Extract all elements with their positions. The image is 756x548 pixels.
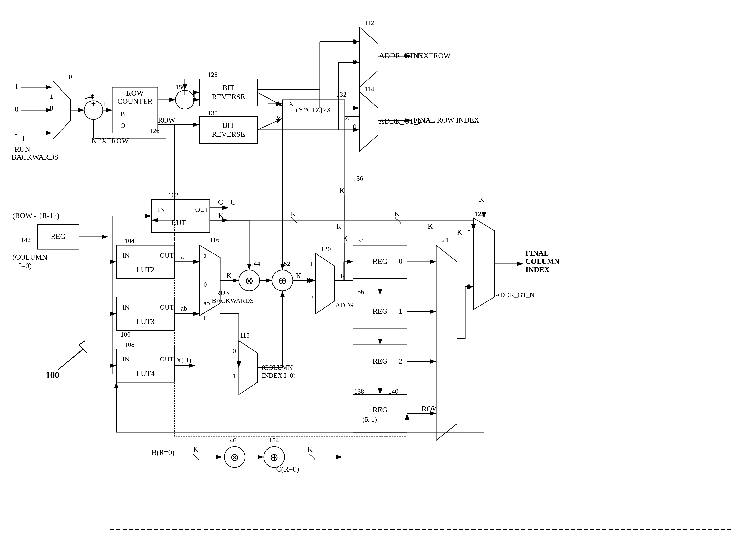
k-mux120-out: K [341,272,345,280]
b-r0-label: B(R=0) [152,448,174,457]
num112-label: 112 [365,19,374,26]
num146-label: 146 [226,436,236,444]
mux116-1-label: 1 [203,314,206,321]
svg-marker-71 [436,245,457,440]
k-bus-label2: K [395,210,399,217]
num128-label: 128 [208,71,218,78]
run-backwards-top-label2: BACKWARDS [11,153,58,161]
final-col-idx-label2: COLUMN [525,257,560,265]
svg-rect-41 [108,187,731,530]
num134-label: 134 [354,237,364,245]
k-top-entry: K [340,187,345,195]
svg-line-24 [258,118,282,130]
input-1b-label: 1 [21,135,25,143]
k-top-mux122-label: K [479,195,484,203]
lut1-in-label: IN [158,206,165,213]
mux116-ab-label: ab [204,299,210,307]
adder154-label: ⊕ [270,451,279,463]
lut3-ab-label: ab [181,305,187,312]
num104-label: 104 [125,237,135,245]
reg1-1-label: 1 [399,307,403,315]
final-row-index-label: FINAL ROW INDEX [413,116,479,124]
reg1-name: REG [373,307,388,315]
lut3-in-label: IN [123,303,130,311]
num124-label: 124 [438,236,448,243]
k-from-adder154-label: K [307,445,313,453]
reg0-0-label: 0 [399,257,403,265]
svg-line-91 [58,349,83,370]
num122-label: 122 [475,210,485,217]
mux110-number: 110 [62,73,72,80]
num126-label: 126 [150,127,160,134]
num152-label: 152 [280,260,290,267]
num102-label: 102 [168,191,178,199]
mux118-1-label: 1 [233,372,236,380]
cond-x-label: X [289,100,293,107]
k-annot2: K [428,222,433,230]
adder152-k-out-label: K [296,272,301,280]
lut4-x-neg1-label: X(-1) [177,356,191,364]
bit-reverse-130-label: BIT [222,121,234,129]
addr-gt-n-top-label: ADDR_GT_N [379,52,423,60]
svg-marker-26 [359,27,378,87]
k-annot1: K [336,222,341,230]
column-i0-label2: I=0) [19,262,32,270]
reg142-label: REG [51,232,66,241]
mult144-k-label: K [226,272,232,280]
num138-label: 138 [354,388,364,395]
svg-rect-42 [152,199,210,233]
lut3-out-label: OUT [160,303,174,311]
svg-rect-20 [199,116,258,143]
input-0-label: 0 [15,105,18,113]
run-backwards-top-label: RUN [15,145,30,153]
lut1-c-label: C [218,198,223,206]
svg-marker-76 [474,218,494,310]
mux116-0-label: 0 [204,281,207,288]
num116-label: 116 [210,236,220,243]
row-counter-label1: ROW [126,89,144,97]
lut2-out-label: OUT [160,252,174,259]
mux120-0-label: 0 [309,293,313,301]
k-to-regs-label: K [343,234,348,243]
mult144-x-label: ⊗ [245,275,254,286]
c-to-condition-label: C [231,198,236,206]
num120-label: 120 [321,245,331,253]
adder148-i-label: I [91,93,94,101]
row-counter-b: B [120,110,125,118]
rc-i-label: I [104,100,106,107]
mux120-1-label: 1 [309,260,313,267]
c-r0-label: C(R=0) [276,465,299,473]
reg2-name: REG [373,357,388,365]
final-col-idx-label3: INDEX [525,265,550,274]
lut1-out-label: OUT [195,206,209,213]
reg-r1-label: (R-1) [362,416,377,423]
num108-label: 108 [125,341,135,348]
cond-z-label: Z [345,114,349,122]
diagram-container: 1 0 -1 1 RUN BACKWARDS 1 0 110 + 148 I R… [0,0,756,548]
num118-label: 118 [240,332,250,339]
reg0-name: REG [373,257,388,265]
num136-label: 136 [354,288,364,295]
svg-rect-16 [199,79,258,106]
k-bus-label1: K [291,210,296,217]
input-neg1-label: -1 [11,128,18,136]
row-counter-label2: COUNTER [117,97,153,106]
num140-label: 140 [388,388,398,395]
adder152-label: ⊕ [278,275,287,286]
svg-marker-5 [53,81,71,139]
column-i0-label: (COLUMN [12,253,47,261]
row-counter-o: O [120,122,125,129]
fig-number-label: 100 [46,370,59,380]
num142-label: 142 [21,236,31,243]
num114-label: 114 [365,85,374,93]
mux114-0-label: 0 [353,123,356,130]
mux114-1-label: 1 [353,102,356,109]
lut2-name: LUT2 [136,265,155,274]
svg-line-93 [79,341,85,345]
lut2-in-label: IN [123,252,130,259]
k-to-mux122-label: K [457,228,462,236]
row-output-label: ROW [158,116,175,124]
k-bottom-label: K [193,445,199,453]
bit-reverse-128-label2: REVERSE [212,93,245,101]
lut3-name: LUT3 [136,317,155,326]
